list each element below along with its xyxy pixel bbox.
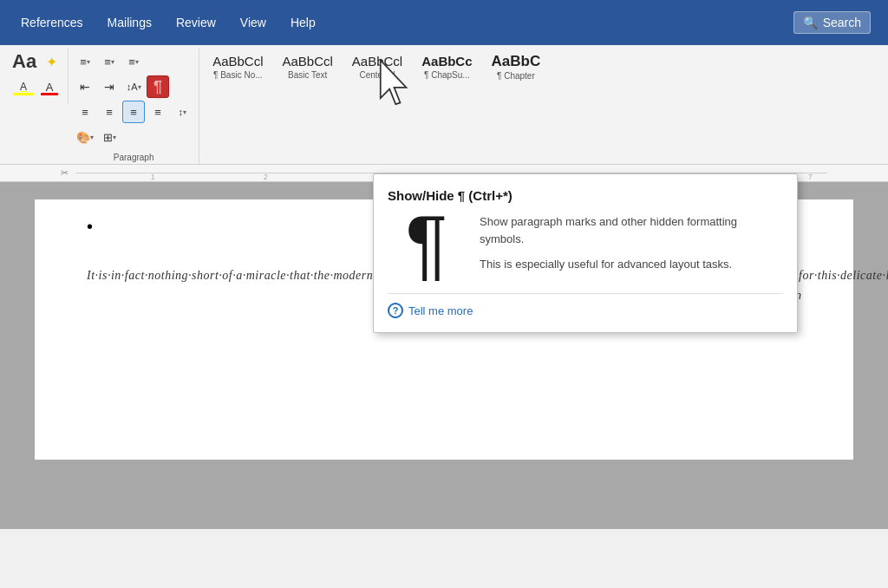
style-chapter-label: ¶ Chapter [497, 71, 535, 81]
styles-section: AaBbCcl ¶ Basic No... AaBbCcl Basic Text… [199, 49, 881, 85]
style-centered-preview: AaBbCcl [352, 54, 402, 69]
clear-formatting-button[interactable]: ✦ [40, 50, 62, 73]
menu-help[interactable]: Help [278, 10, 328, 35]
menu-mailings[interactable]: Mailings [95, 10, 164, 35]
search-icon: 🔍 [803, 16, 818, 29]
style-basic-no-preview: AaBbCcl [212, 54, 263, 69]
shading-button[interactable]: 🎨▾ [74, 126, 96, 148]
align-justify-button[interactable]: ≡ [122, 101, 145, 123]
tell-more-link[interactable]: ? Tell me more [388, 303, 473, 318]
line-spacing-button[interactable]: ↕▾ [171, 101, 193, 123]
tooltip-pilcrow-icon: ¶ [388, 205, 466, 283]
multilevel-list-button[interactable]: ≡▾ [122, 50, 145, 73]
sort-button[interactable]: ↕A▾ [122, 75, 145, 98]
style-chapter-preview: AaBbC [492, 53, 541, 70]
style-centered[interactable]: AaBbCcl Centered [344, 51, 410, 82]
style-chapsu-label: ¶ ChapSu... [424, 70, 470, 80]
menu-view[interactable]: View [228, 10, 278, 35]
align-left-button[interactable]: ≡ [74, 101, 96, 123]
ribbon: Aa ✦ A A ≡▾ ≡▾ ≡▾ ⇤ ⇥ ↕A▾ ¶ ≡ ≡ ≡ ≡ [0, 45, 888, 165]
tooltip-desc1: Show paragraph marks and other hidden fo… [480, 213, 783, 247]
style-basic-no-label: ¶ Basic No... [213, 70, 263, 80]
borders-button[interactable]: ⊞▾ [98, 126, 121, 148]
tooltip-description: Show paragraph marks and other hidden fo… [480, 213, 783, 282]
font-color-button[interactable]: A [38, 75, 61, 98]
show-hide-button[interactable]: ¶ [147, 75, 169, 98]
menu-review[interactable]: Review [164, 10, 228, 35]
menu-bar: References Mailings Review View Help 🔍 S… [0, 0, 888, 45]
paragraph-label: Paragraph [74, 151, 193, 162]
font-size-button[interactable]: Aa [12, 50, 36, 73]
style-chapsu-preview: AaBbCc [421, 54, 472, 69]
style-chapter[interactable]: AaBbC ¶ Chapter [484, 50, 549, 83]
style-basic-text[interactable]: AaBbCcl Basic Text [274, 51, 340, 82]
search-box[interactable]: 🔍 Search [793, 11, 871, 34]
tell-more-icon: ? [388, 303, 403, 318]
numbering-button[interactable]: ≡▾ [98, 50, 121, 73]
align-right-button[interactable]: ≡ [147, 101, 169, 123]
align-center-button[interactable]: ≡ [98, 101, 121, 123]
font-group-label [12, 101, 62, 102]
increase-indent-button[interactable]: ⇥ [98, 75, 121, 98]
decrease-indent-button[interactable]: ⇤ [74, 75, 96, 98]
paragraph-section: ≡▾ ≡▾ ≡▾ ⇤ ⇥ ↕A▾ ¶ ≡ ≡ ≡ ≡ ↕▾ 🎨▾ ⊞▾ Para… [69, 49, 199, 164]
tell-more-label: Tell me more [408, 304, 473, 317]
style-centered-label: Centered [359, 70, 395, 80]
tooltip: Show/Hide ¶ (Ctrl+*) ¶ Show paragraph ma… [373, 173, 798, 333]
tooltip-footer: ? Tell me more [388, 293, 783, 318]
menu-references[interactable]: References [9, 10, 95, 35]
style-basic-text-preview: AaBbCcl [282, 54, 332, 69]
style-basic-text-label: Basic Text [288, 70, 327, 80]
highlight-color-button[interactable]: A [12, 75, 35, 98]
style-basic-no[interactable]: AaBbCcl ¶ Basic No... [205, 51, 271, 82]
search-label: Search [823, 16, 861, 29]
style-chapsu[interactable]: AaBbCc ¶ ChapSu... [414, 51, 480, 82]
tooltip-desc2: This is especially useful for advanced l… [480, 256, 783, 273]
tooltip-body: ¶ Show paragraph marks and other hidden … [388, 213, 783, 283]
bullets-button[interactable]: ≡▾ [74, 50, 96, 73]
